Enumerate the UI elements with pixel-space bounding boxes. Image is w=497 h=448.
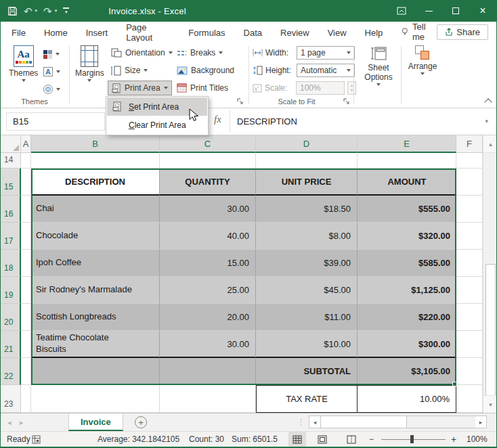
row-header-20[interactable]: 20 (1, 304, 21, 331)
vertical-scrollbar[interactable]: ▴ ▾ (483, 135, 497, 413)
cell-e18[interactable]: $585.00 (358, 250, 456, 277)
row-header-19[interactable]: 19 (1, 277, 21, 304)
height-select[interactable]: Automatic (297, 64, 355, 77)
arrange-button[interactable]: Arrange (406, 45, 439, 75)
cell[interactable] (358, 153, 456, 169)
cell[interactable] (456, 223, 483, 250)
row-header-21[interactable]: 21 (1, 331, 21, 358)
macro-record-icon[interactable] (32, 432, 41, 447)
width-select[interactable]: 1 page (297, 46, 355, 60)
cell[interactable] (21, 196, 31, 223)
sheet-nav-left-icon[interactable]: ◂ (7, 413, 12, 431)
cell-c15[interactable]: QUANTITY (160, 169, 256, 196)
cell[interactable] (160, 153, 256, 169)
close-button[interactable]: × (469, 0, 496, 22)
cell[interactable] (21, 153, 31, 169)
formula-input[interactable]: DESCRIPTION ▾ (230, 110, 494, 132)
tell-me-box[interactable]: Tell me (402, 22, 437, 42)
cell-d18[interactable]: $39.00 (256, 250, 358, 277)
theme-colors-button[interactable] (40, 47, 63, 62)
margins-button[interactable]: Margins (75, 45, 104, 82)
cell-e21[interactable]: $300.00 (358, 331, 456, 358)
cell[interactable] (31, 153, 160, 169)
cell[interactable] (456, 169, 483, 196)
scroll-down-icon[interactable]: ▾ (483, 395, 497, 413)
tab-home[interactable]: Home (44, 23, 68, 41)
column-header-c[interactable]: C (160, 135, 256, 153)
horizontal-scroll-thumb[interactable] (320, 416, 407, 428)
tab-view[interactable]: View (328, 23, 347, 41)
cell-d16[interactable]: $18.50 (256, 196, 358, 223)
column-header-a[interactable]: A (21, 135, 31, 153)
cell[interactable] (456, 153, 483, 169)
cell-b17[interactable]: Chocolade (31, 223, 160, 250)
cell[interactable] (21, 304, 31, 331)
column-header-f[interactable]: F (456, 135, 483, 153)
themes-button[interactable]: Aa Themes (9, 45, 38, 82)
size-button[interactable]: Size (108, 63, 151, 78)
cell[interactable] (21, 169, 31, 196)
customize-quick-access-icon[interactable]: ▾ (63, 7, 69, 14)
zoom-out-button[interactable]: − (369, 432, 374, 447)
breaks-button[interactable]: Breaks (173, 45, 226, 60)
redo-icon[interactable]: ↷ (43, 6, 52, 16)
horizontal-scrollbar[interactable]: ◂ ▸ (309, 416, 487, 428)
redo-dropdown-icon[interactable]: ▾ (55, 8, 58, 14)
cell-b20[interactable]: Scottish Longbreads (31, 304, 160, 331)
cell-b22[interactable] (31, 358, 160, 385)
minimize-button[interactable] (415, 0, 442, 22)
row-header-16[interactable]: 16 (1, 196, 21, 223)
cell[interactable] (456, 196, 483, 223)
row-header-17[interactable]: 17 (1, 223, 21, 250)
cell-e23-tax-value[interactable]: 10.00% (358, 385, 456, 413)
print-area-button[interactable]: Print Area (108, 81, 172, 95)
cell[interactable] (456, 331, 483, 358)
expand-formula-bar-icon[interactable]: ▾ (485, 118, 488, 125)
cell-d15[interactable]: UNIT PRICE (256, 169, 358, 196)
zoom-slider-thumb[interactable] (410, 435, 414, 443)
cell[interactable] (21, 277, 31, 304)
scroll-left-icon[interactable]: ◂ (309, 416, 320, 428)
scroll-right-icon[interactable]: ▸ (475, 416, 486, 428)
undo-icon[interactable]: ↶ (24, 6, 33, 16)
cell-b21[interactable]: Teatime Chocolate Biscuits (31, 331, 160, 358)
tab-help[interactable]: Help (365, 23, 383, 41)
page-setup-dialog-launcher-icon[interactable] (237, 98, 244, 105)
column-header-b[interactable]: B (31, 135, 160, 153)
name-box[interactable]: B15 (6, 112, 105, 131)
cell[interactable] (160, 385, 256, 413)
new-sheet-icon[interactable]: + (135, 416, 147, 428)
cell[interactable] (21, 223, 31, 250)
cell-c19[interactable]: 25.00 (160, 277, 256, 304)
cell-b18[interactable]: Ipoh Coffee (31, 250, 160, 277)
maximize-button[interactable] (442, 0, 469, 22)
cell-e20[interactable]: $220.00 (358, 304, 456, 331)
page-layout-view-button[interactable] (314, 432, 331, 447)
insert-function-icon[interactable]: fx (214, 114, 221, 125)
fill-handle[interactable] (452, 382, 457, 386)
cell-d20[interactable]: $11.00 (256, 304, 358, 331)
scale-to-fit-dialog-launcher-icon[interactable] (343, 98, 350, 105)
cell-e22-subtotal-value[interactable]: $3,105.00 (358, 358, 456, 385)
cell[interactable] (31, 385, 160, 413)
cell-c22[interactable] (160, 358, 256, 385)
theme-effects-button[interactable] (40, 82, 64, 97)
cell[interactable] (21, 331, 31, 358)
cell[interactable] (456, 358, 483, 385)
normal-view-button[interactable] (288, 432, 306, 447)
background-button[interactable]: Background (173, 63, 238, 78)
orientation-button[interactable]: Orientation (108, 45, 176, 60)
save-icon[interactable] (7, 6, 18, 16)
cell-d21[interactable]: $10.00 (256, 331, 358, 358)
select-all-corner[interactable] (1, 135, 21, 153)
tab-insert[interactable]: Insert (86, 23, 108, 41)
cell[interactable] (456, 250, 483, 277)
collapse-ribbon-icon[interactable] (484, 98, 492, 106)
cell[interactable] (21, 358, 31, 385)
ribbon-display-options-icon[interactable] (388, 0, 415, 22)
sheet-options-button[interactable]: Sheet Options (360, 45, 397, 86)
cell-e15[interactable]: AMOUNT (358, 169, 456, 196)
cell-e16[interactable]: $555.00 (358, 196, 456, 223)
page-break-preview-button[interactable] (343, 432, 360, 447)
share-button[interactable]: Share (437, 24, 488, 40)
